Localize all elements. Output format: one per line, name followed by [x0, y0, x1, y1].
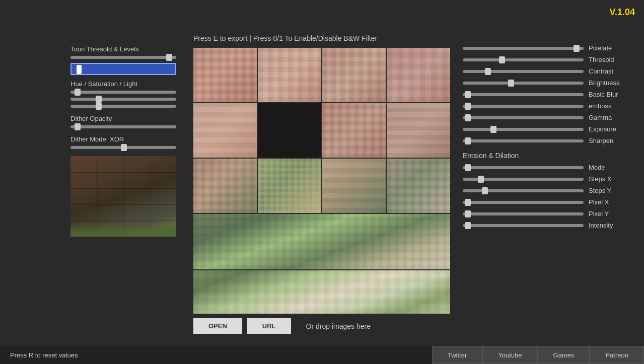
dither-mode-thumb[interactable] — [121, 144, 127, 151]
dither-opacity-thumb[interactable] — [75, 123, 81, 130]
light-slider[interactable] — [70, 105, 176, 108]
mode-slider[interactable] — [463, 166, 584, 169]
contrast-slider[interactable] — [463, 70, 584, 73]
exposure-thumb[interactable] — [490, 126, 496, 133]
exposure-slider[interactable] — [463, 128, 584, 131]
pixel-y-thumb[interactable] — [465, 210, 471, 217]
gamma-row: Gamma — [463, 114, 634, 121]
image-row-1 — [193, 48, 450, 102]
steps-x-thumb[interactable] — [478, 176, 484, 183]
intensity-slider[interactable] — [463, 224, 584, 227]
sharpen-label: Sharpen — [589, 137, 634, 144]
bottom-buttons: OPEN URL Or drop images here — [193, 318, 371, 334]
thresold-thumb[interactable] — [499, 56, 505, 63]
gamma-label: Gamma — [589, 114, 634, 121]
pixel-y-row: Pixel Y — [463, 210, 634, 217]
toon-slider-1[interactable] — [70, 56, 176, 59]
dither-mode-slider[interactable] — [70, 146, 176, 149]
toon-slider-blue[interactable] — [70, 63, 176, 75]
img-cell-1-3 — [322, 48, 386, 102]
toon-label: Toon Thresold & Levels — [70, 45, 176, 53]
hue-label: Hue / Saturation / Light — [70, 80, 176, 88]
toon-blue-thumb[interactable] — [77, 65, 82, 74]
image-area — [193, 48, 450, 315]
basic-blur-row: Basic Blur — [463, 91, 634, 98]
exposure-label: Exposure — [589, 125, 634, 133]
saturation-slider[interactable] — [70, 98, 176, 101]
pixel-x-label: Pixel X — [589, 198, 634, 206]
left-panel: Toon Thresold & Levels Hue / Saturation … — [70, 40, 176, 237]
img-cell-5-wide — [193, 270, 450, 314]
patreon-button[interactable]: Patreon — [590, 346, 644, 364]
dither-mode-label: Dither Mode: XOR — [70, 135, 176, 143]
open-button[interactable]: OPEN — [193, 318, 242, 334]
img-cell-2-1 — [193, 103, 257, 158]
img-cell-3-3 — [322, 159, 386, 213]
img-cell-3-4 — [387, 159, 450, 213]
sharpen-slider[interactable] — [463, 139, 584, 142]
contrast-thumb[interactable] — [485, 68, 491, 75]
intensity-row: Intensity — [463, 222, 634, 229]
steps-y-slider[interactable] — [463, 189, 584, 192]
emboss-label: emboss — [589, 102, 634, 110]
dither-opacity-slider[interactable] — [70, 125, 176, 128]
img-cell-4-wide — [193, 214, 450, 269]
pixel-y-slider[interactable] — [463, 212, 584, 215]
img-cell-3-1 — [193, 159, 257, 213]
version-label: V.1.04 — [610, 7, 635, 18]
basic-blur-slider[interactable] — [463, 93, 584, 96]
pixel-x-row: Pixel X — [463, 198, 634, 206]
dither-opacity-label: Dither Opacity — [70, 115, 176, 122]
hue-thumb[interactable] — [75, 89, 81, 96]
steps-y-thumb[interactable] — [482, 187, 488, 194]
pixel-x-thumb[interactable] — [465, 199, 471, 206]
image-row-5 — [193, 270, 450, 314]
intensity-thumb[interactable] — [465, 222, 471, 229]
basic-blur-thumb[interactable] — [465, 91, 471, 98]
brightness-row: Brightness — [463, 79, 634, 87]
bottom-bar: Press R to reset values Twitter Youtube … — [0, 346, 644, 364]
sharpen-row: Sharpen — [463, 137, 634, 144]
emboss-slider[interactable] — [463, 105, 584, 108]
image-row-3 — [193, 159, 450, 213]
pixelate-label: Pixelate — [589, 44, 634, 52]
pixel-y-label: Pixel Y — [589, 210, 634, 217]
mode-thumb[interactable] — [465, 164, 471, 171]
pixelate-row: Pixelate — [463, 44, 634, 52]
contrast-row: Contrast — [463, 67, 634, 75]
pixelate-thumb[interactable] — [574, 45, 580, 52]
bottom-links: Twitter Youtube Games Patreon — [432, 346, 644, 364]
light-thumb[interactable] — [96, 103, 102, 110]
steps-x-label: Steps X — [589, 175, 634, 183]
exposure-row: Exposure — [463, 125, 634, 133]
mode-row: Mode — [463, 164, 634, 171]
img-cell-1-1 — [193, 48, 257, 102]
preview-image — [70, 156, 176, 237]
toon-thumb-1[interactable] — [166, 54, 172, 61]
brightness-slider[interactable] — [463, 82, 584, 85]
contrast-label: Contrast — [589, 67, 634, 75]
img-cell-3-2 — [258, 159, 321, 213]
right-sliders-group: Pixelate Thresold Contrast Brightness — [463, 44, 634, 144]
steps-x-row: Steps X — [463, 175, 634, 183]
youtube-button[interactable]: Youtube — [482, 346, 537, 364]
url-button[interactable]: URL — [247, 318, 291, 334]
thresold-slider[interactable] — [463, 58, 584, 61]
sharpen-thumb[interactable] — [465, 137, 471, 144]
twitter-button[interactable]: Twitter — [432, 346, 482, 364]
mode-label: Mode — [589, 164, 634, 171]
emboss-thumb[interactable] — [465, 103, 471, 110]
gamma-slider[interactable] — [463, 116, 584, 119]
saturation-thumb[interactable] — [96, 96, 102, 103]
pixelate-slider[interactable] — [463, 47, 584, 50]
top-instruction: Press E to export | Press 0/1 To Enable/… — [193, 34, 377, 42]
steps-x-slider[interactable] — [463, 178, 584, 181]
hue-slider[interactable] — [70, 91, 176, 94]
pixel-x-slider[interactable] — [463, 201, 584, 204]
basic-blur-label: Basic Blur — [589, 91, 634, 98]
gamma-thumb[interactable] — [465, 114, 471, 121]
img-cell-2-3 — [322, 103, 386, 158]
reset-hint: Press R to reset values — [10, 351, 78, 359]
brightness-thumb[interactable] — [508, 80, 514, 87]
games-button[interactable]: Games — [538, 346, 590, 364]
